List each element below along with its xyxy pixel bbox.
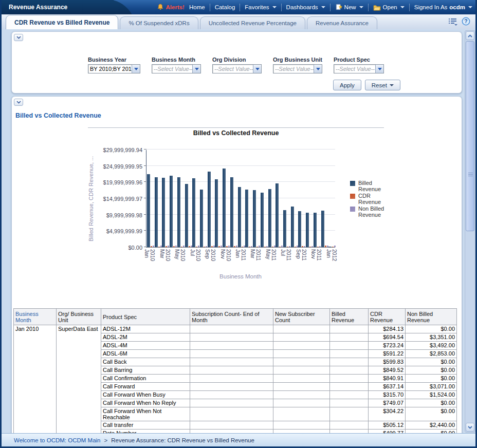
cdr-revenue-bar[interactable] [158,247,160,247]
cdr-revenue-bar[interactable] [151,246,152,247]
non-billed-revenue-bar[interactable] [198,246,199,247]
apply-button[interactable]: Apply [333,80,361,90]
cdr-revenue-bar[interactable] [166,246,167,247]
org-business-unit-select[interactable]: --Select Value-- [273,64,322,73]
billed-revenue-bar[interactable] [192,178,195,247]
cdr-revenue-bar[interactable] [332,247,334,247]
non-billed-revenue-bar[interactable] [281,246,283,247]
catalog-link[interactable]: Catalog [215,4,235,10]
billed-revenue-bar[interactable] [170,176,173,247]
cdr-revenue-bar[interactable] [295,247,296,247]
dropdown-arrow-icon[interactable] [132,65,140,73]
non-billed-revenue-bar[interactable] [251,246,252,247]
non-billed-revenue-bar[interactable] [153,246,154,247]
non-billed-revenue-bar[interactable] [160,246,162,247]
cdr-revenue-bar[interactable] [317,247,319,247]
non-billed-revenue-bar[interactable] [228,246,230,247]
cdr-revenue-bar[interactable] [256,247,258,247]
cdr-revenue-bar[interactable] [264,247,266,247]
billed-revenue-bar[interactable] [314,213,317,247]
cdr-revenue-bar[interactable] [181,247,182,247]
non-billed-revenue-bar[interactable] [304,246,305,247]
billed-revenue-bar[interactable] [283,210,286,247]
collapse-prompts-button[interactable] [14,34,23,41]
cdr-revenue-bar[interactable] [218,246,220,247]
billed-revenue-bar[interactable] [238,187,241,247]
page-options-list-icon[interactable] [448,17,457,26]
dashboards-menu[interactable]: Dashboards [286,4,325,10]
dropdown-arrow-icon[interactable] [192,65,200,73]
non-billed-revenue-bar[interactable] [206,246,207,247]
billed-revenue-bar[interactable] [223,169,226,247]
non-billed-revenue-bar[interactable] [244,246,245,247]
billed-revenue-bar[interactable] [200,190,203,247]
tab-uncollected-revenue-percentage[interactable]: Uncollected Revenue Percentage [200,16,305,29]
billed-revenue-bar[interactable] [291,207,294,247]
product-spec-select[interactable]: --Select Value-- [334,64,384,73]
cdr-revenue-bar[interactable] [189,246,190,247]
non-billed-revenue-bar[interactable] [236,246,237,247]
dropdown-arrow-icon[interactable] [314,65,322,73]
scroll-down-button[interactable] [466,423,474,432]
collapse-report-button[interactable] [14,99,23,106]
signed-in-menu[interactable]: Signed In As ocdm [414,4,472,10]
billed-revenue-bar[interactable] [177,177,180,247]
tab-cdr-revenue-vs-billed-revenue[interactable]: CDR Revenue vs Billed Revenue [6,15,118,29]
non-billed-revenue-bar[interactable] [191,246,192,247]
tab-of-suspended-xdrs[interactable]: % Of Suspended xDRs [120,16,198,29]
non-billed-revenue-bar[interactable] [221,246,222,247]
non-billed-revenue-bar[interactable] [319,246,321,247]
business-month-select[interactable]: --Select Value-- [152,64,201,73]
vertical-scrollbar[interactable] [465,30,475,433]
billed-revenue-bar[interactable] [155,177,158,247]
cdr-revenue-bar[interactable] [242,247,243,247]
alerts-link[interactable]: Alerts! [157,4,185,11]
billed-revenue-bar[interactable] [185,184,188,247]
cdr-revenue-bar[interactable] [196,247,197,247]
billed-revenue-bar[interactable] [321,211,324,247]
cdr-revenue-bar[interactable] [234,246,235,247]
billed-revenue-bar[interactable] [253,190,256,247]
cdr-revenue-bar[interactable] [226,246,228,247]
open-menu[interactable]: Open [373,4,405,11]
non-billed-revenue-bar[interactable] [311,246,313,247]
business-month-cell[interactable]: Jan 2010 [14,325,57,436]
non-billed-revenue-bar[interactable] [183,246,185,247]
business-year-select[interactable]: BY 2010;BY 2011; [88,64,140,73]
non-billed-revenue-bar[interactable] [266,246,268,247]
non-billed-revenue-bar[interactable] [289,246,290,247]
non-billed-revenue-bar[interactable] [213,246,215,247]
help-question-icon[interactable]: ? [462,17,470,26]
cdr-revenue-bar[interactable] [249,247,250,247]
billed-revenue-bar[interactable] [328,247,332,247]
non-billed-revenue-bar[interactable] [327,246,328,247]
cdr-revenue-bar[interactable] [204,247,205,247]
cdr-revenue-bar[interactable] [272,247,273,247]
non-billed-revenue-bar[interactable] [175,246,177,247]
billed-revenue-bar[interactable] [208,172,211,247]
cdr-revenue-bar[interactable] [302,246,303,247]
billed-revenue-bar[interactable] [162,178,165,247]
tab-revenue-assurance[interactable]: Revenue Assurance [307,16,377,29]
dropdown-arrow-icon[interactable] [375,65,383,73]
billed-revenue-bar[interactable] [268,189,271,247]
non-billed-revenue-bar[interactable] [334,246,336,247]
non-billed-revenue-bar[interactable] [297,246,298,247]
non-billed-revenue-bar[interactable] [274,246,276,247]
billed-revenue-bar[interactable] [245,190,248,247]
billed-revenue-bar[interactable] [276,183,279,247]
billed-revenue-bar[interactable] [147,174,150,247]
non-billed-revenue-bar[interactable] [168,246,169,247]
breadcrumb-home-link[interactable]: Welcome to OCDM: OCDM Main [14,437,100,443]
org-division-select[interactable]: --Select Value-- [212,64,262,73]
billed-revenue-bar[interactable] [215,179,218,247]
cdr-revenue-bar[interactable] [325,246,326,247]
home-link[interactable]: Home [189,4,205,10]
cdr-revenue-bar[interactable] [173,246,175,247]
billed-revenue-bar[interactable] [230,177,233,247]
billed-revenue-bar[interactable] [261,193,264,247]
billed-revenue-bar[interactable] [298,211,301,247]
cdr-revenue-bar[interactable] [211,246,213,247]
billed-revenue-bar[interactable] [306,213,309,247]
reset-button[interactable]: Reset [365,80,400,90]
